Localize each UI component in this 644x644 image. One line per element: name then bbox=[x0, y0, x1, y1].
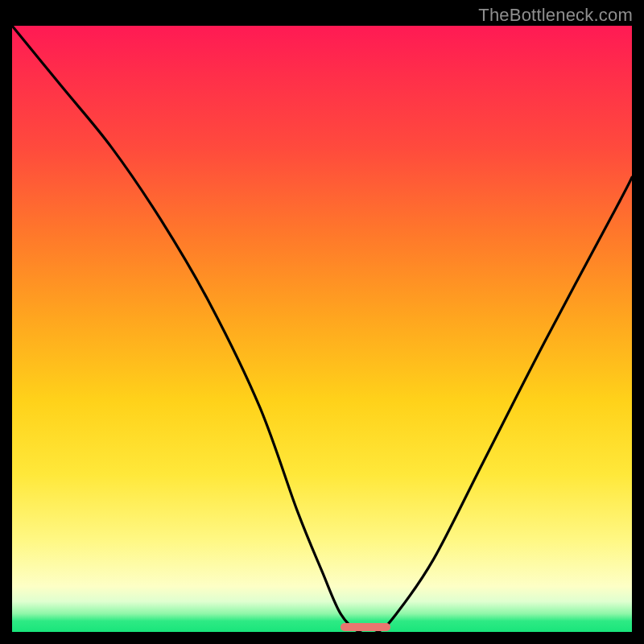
bottleneck-curve bbox=[12, 26, 632, 632]
plot-area bbox=[12, 26, 632, 632]
chart-frame: TheBottleneck.com bbox=[0, 0, 644, 644]
optimal-range-marker bbox=[341, 623, 390, 631]
watermark-text: TheBottleneck.com bbox=[478, 5, 633, 26]
